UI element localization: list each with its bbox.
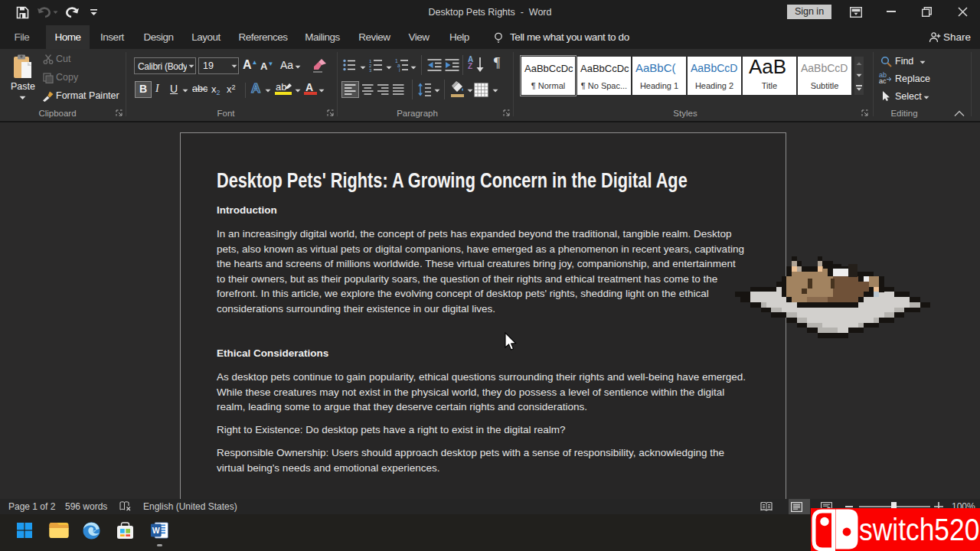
svg-text:i: i [399, 67, 400, 72]
svg-text:W: W [152, 526, 160, 535]
svg-text:3: 3 [369, 68, 372, 73]
